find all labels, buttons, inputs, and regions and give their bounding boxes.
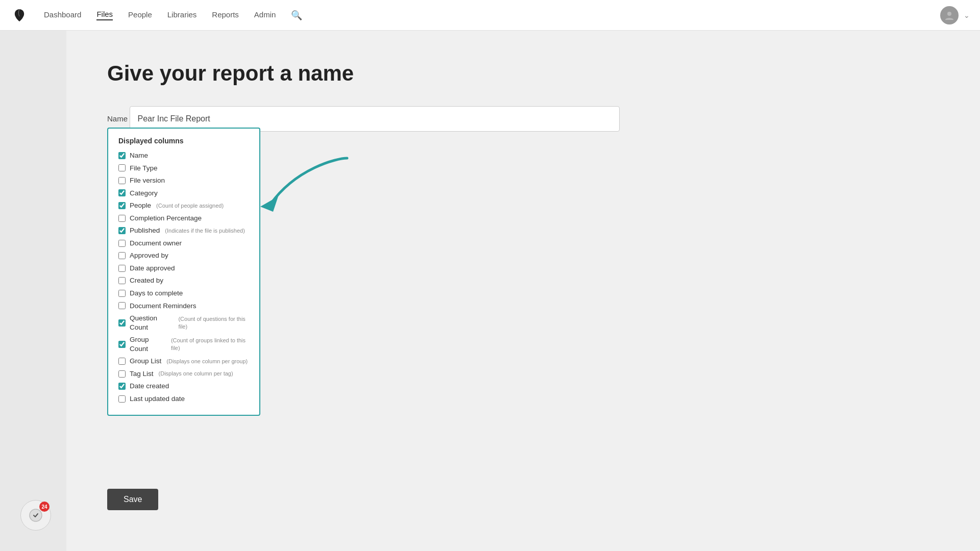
app-logo[interactable] [10,6,29,24]
nav-dashboard[interactable]: Dashboard [44,10,81,20]
col-tag-list-label: Tag List [130,369,154,379]
col-completion-label: Completion Percentage [130,214,202,223]
page-title: Give your report a name [107,61,939,86]
col-question-count-checkbox[interactable] [118,319,126,327]
nav-libraries[interactable]: Libraries [167,10,197,20]
col-days-complete: Days to complete [118,289,249,298]
svg-point-0 [947,12,951,16]
col-completion: Completion Percentage [118,214,249,223]
col-last-updated-label: Last updated date [130,394,185,404]
col-group-list-label: Group List [130,357,161,366]
col-published-checkbox[interactable] [118,227,126,234]
col-group-count-hint: (Count of groups linked to this file) [171,337,249,352]
col-name: Name [118,151,249,160]
notification-widget[interactable]: 24 [20,500,51,531]
col-days-complete-label: Days to complete [130,289,183,298]
columns-panel-title: Displayed columns [118,137,249,145]
col-published-hint: (Indicates if the file is published) [165,227,245,234]
col-name-label: Name [130,151,148,160]
col-created-by-label: Created by [130,276,163,285]
col-question-count-label: Question Count [130,314,173,332]
svg-marker-1 [260,196,278,212]
col-date-approved: Date approved [118,264,249,273]
col-group-count-label: Group Count [130,335,166,353]
col-group-count: Group Count (Count of groups linked to t… [118,335,249,353]
col-question-count-hint: (Count of questions for this file) [178,315,249,330]
col-doc-owner-label: Document owner [130,239,182,248]
col-date-approved-checkbox[interactable] [118,265,126,272]
svg-point-2 [30,509,42,521]
col-date-approved-label: Date approved [130,264,175,273]
left-sidebar [0,31,66,551]
nav-reports[interactable]: Reports [212,10,239,20]
col-people-hint: (Count of people assigned) [156,202,224,209]
col-group-list-checkbox[interactable] [118,358,126,365]
col-published: Published (Indicates if the file is publ… [118,226,249,235]
col-people: People (Count of people assigned) [118,201,249,210]
arrow-annotation [255,148,357,232]
col-last-updated-checkbox[interactable] [118,395,126,403]
col-category: Category [118,189,249,198]
col-doc-owner: Document owner [118,239,249,248]
name-label: Name [107,114,128,123]
save-button[interactable]: Save [107,489,158,510]
col-created-by: Created by [118,276,249,285]
col-category-label: Category [130,189,158,198]
col-file-version-checkbox[interactable] [118,177,126,184]
col-tag-list: Tag List (Displays one column per tag) [118,369,249,379]
col-approved-by: Approved by [118,251,249,260]
main-content: Give your report a name Name Displayed c… [66,31,980,551]
navbar: Dashboard Files People Libraries Reports… [0,0,980,31]
nav-right: ⌄ [940,6,970,24]
col-people-label: People [130,201,151,210]
col-category-checkbox[interactable] [118,189,126,196]
col-file-type-checkbox[interactable] [118,164,126,171]
chevron-down-icon[interactable]: ⌄ [964,11,970,19]
col-date-created-label: Date created [130,382,169,391]
columns-panel: Displayed columns Name File Type File ve… [107,128,260,416]
col-group-list: Group List (Displays one column per grou… [118,357,249,366]
col-date-created-checkbox[interactable] [118,383,126,390]
col-days-complete-checkbox[interactable] [118,290,126,297]
col-tag-list-hint: (Displays one column per tag) [159,370,233,377]
col-file-version-label: File version [130,176,165,185]
col-created-by-checkbox[interactable] [118,277,126,284]
col-doc-owner-checkbox[interactable] [118,240,126,247]
nav-links: Dashboard Files People Libraries Reports… [44,10,925,21]
col-question-count: Question Count (Count of questions for t… [118,314,249,332]
col-group-list-hint: (Displays one column per group) [166,358,248,365]
col-file-type-label: File Type [130,164,158,173]
col-approved-by-checkbox[interactable] [118,252,126,259]
col-doc-reminders: Document Reminders [118,302,249,311]
col-published-label: Published [130,226,160,235]
col-tag-list-checkbox[interactable] [118,370,126,378]
col-name-checkbox[interactable] [118,152,126,159]
col-completion-checkbox[interactable] [118,215,126,222]
col-file-type: File Type [118,164,249,173]
col-doc-reminders-checkbox[interactable] [118,302,126,309]
col-doc-reminders-label: Document Reminders [130,302,197,311]
nav-files[interactable]: Files [96,10,113,20]
col-date-created: Date created [118,382,249,391]
nav-admin[interactable]: Admin [254,10,276,20]
avatar[interactable] [940,6,959,24]
notification-badge: 24 [39,502,50,512]
col-file-version: File version [118,176,249,185]
nav-people[interactable]: People [128,10,152,20]
search-icon[interactable]: 🔍 [291,10,302,21]
col-approved-by-label: Approved by [130,251,168,260]
col-group-count-checkbox[interactable] [118,341,126,348]
col-last-updated: Last updated date [118,394,249,404]
col-people-checkbox[interactable] [118,202,126,209]
